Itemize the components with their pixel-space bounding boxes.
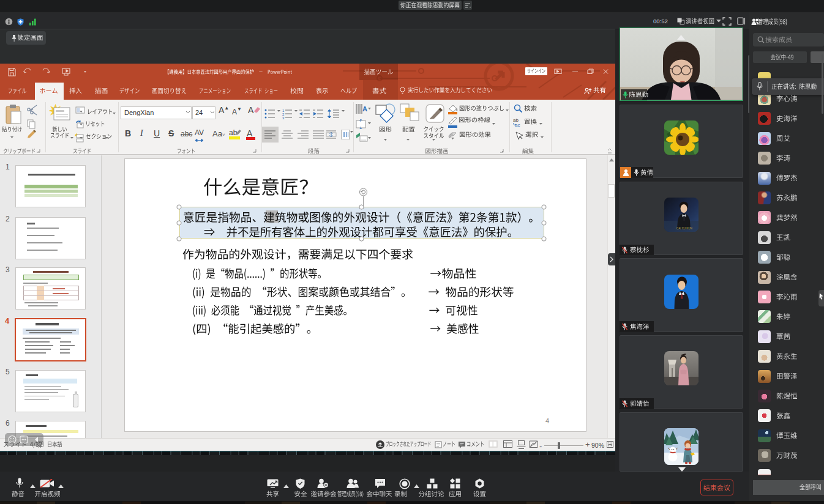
svg-text:CAI XU KUN: CAI XU KUN xyxy=(676,227,692,230)
